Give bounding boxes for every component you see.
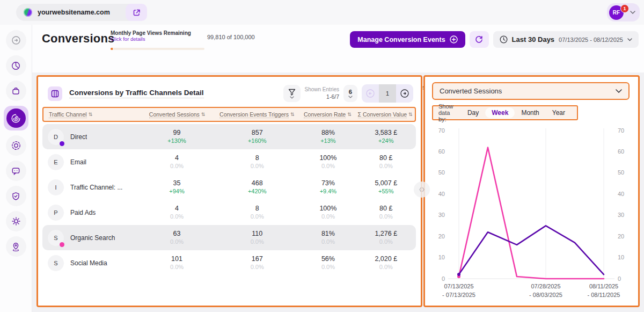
quota-value: 99,810 of 100,000 — [207, 34, 255, 40]
metric-cell: 5,007 £+55% — [356, 179, 416, 195]
panel-title: Conversions by Traffic Channels Detail — [69, 89, 204, 98]
gear-icon — [11, 216, 21, 226]
chevron-down-icon — [627, 38, 632, 41]
panel-collapse-handle[interactable] — [414, 182, 430, 198]
open-site-button[interactable] — [126, 4, 147, 21]
metric-cell: 56%0.0% — [300, 255, 356, 271]
page-size-value: 6 — [349, 89, 352, 95]
pagination: 1 — [362, 84, 413, 103]
channel-name: Organic Search — [70, 234, 115, 242]
metric-cell: 100%0.0% — [300, 204, 356, 221]
quota-progress-fill — [111, 48, 113, 50]
channel-avatar: E — [48, 154, 64, 170]
user-menu[interactable]: RF 1 — [607, 3, 640, 21]
sidebar-item-session-recordings[interactable] — [6, 135, 26, 156]
date-preset: Last 30 Days — [512, 35, 555, 43]
arrow-right-circle-icon — [400, 89, 409, 98]
channel-avatar: D — [48, 129, 64, 145]
sidebar-item-feedback[interactable] — [6, 161, 26, 181]
column-header-conversion-events-triggers[interactable]: Conversion Events Triggers⇅ — [214, 111, 299, 118]
svg-text:08/11/2025: 08/11/2025 — [589, 283, 618, 289]
metric-cell: 35+94% — [140, 179, 214, 195]
manage-conversion-events-button[interactable]: Manage Conversion Events — [350, 31, 465, 48]
metric-cell: 3,583 £+24% — [356, 128, 416, 145]
chevron-down-icon — [616, 89, 622, 93]
date-range-selector[interactable]: Last 30 Days 07/13/2025 - 08/12/2025 — [493, 31, 639, 48]
period-option-month[interactable]: Month — [515, 107, 545, 118]
metric-cell: 80 £0.0% — [356, 204, 416, 221]
clock-icon — [500, 35, 508, 43]
series-color-dot — [60, 141, 64, 146]
pie-chart-icon — [11, 61, 20, 70]
refresh-button[interactable] — [470, 31, 489, 48]
page-size-selector[interactable]: 6 — [343, 85, 357, 102]
table-row[interactable]: SSocial Media1010.0%1670.0%56%0.0%2,020 … — [42, 250, 416, 275]
period-option-year[interactable]: Year — [546, 107, 572, 118]
metric-cell: 88%+13% — [300, 128, 356, 145]
external-link-icon — [133, 9, 141, 17]
table-row[interactable]: EEmail40.0%80.0%100%0.0%80 £0.0% — [42, 149, 416, 175]
chart-panel: Converted Sessions Show data by: Day Wee… — [423, 75, 640, 307]
page-number[interactable]: 1 — [379, 84, 396, 103]
metric-cell: 2,020 £0.0% — [356, 255, 416, 271]
page-header: Conversions Monthly Page Views Remaining… — [32, 25, 644, 72]
notification-badge: 1 — [620, 4, 629, 13]
svg-text:60: 60 — [438, 148, 445, 155]
metric-cell: 100%0.0% — [300, 154, 356, 170]
filter-button[interactable] — [283, 85, 301, 102]
metric-cell: 80.0% — [214, 154, 300, 170]
site-favicon-globe-icon — [24, 8, 32, 17]
metric-cell: 1,276 £0.0% — [356, 229, 416, 246]
metric-cell: 1670.0% — [214, 255, 300, 271]
shown-entries-value: 1-6/7 — [305, 93, 339, 100]
chevron-down-icon — [290, 96, 294, 99]
expand-arrow-icon — [11, 35, 21, 45]
column-header-conversion-rate[interactable]: Conversion Rate⇅ — [299, 111, 355, 118]
channel-name: Email — [70, 158, 86, 166]
sidebar-item-visitors[interactable] — [6, 236, 26, 257]
show-data-by-label: Show data by: — [438, 103, 455, 122]
svg-text:10: 10 — [618, 254, 624, 260]
filter-funnel-icon — [288, 89, 296, 96]
sidebar — [0, 25, 32, 312]
sidebar-collapse-toggle[interactable] — [6, 30, 26, 50]
table-row[interactable]: PPaid Ads40.0%80.0%100%0.0%80 £0.0% — [42, 200, 416, 225]
sidebar-item-ecommerce[interactable] — [6, 81, 26, 101]
period-option-day[interactable]: Day — [461, 107, 485, 118]
sidebar-item-settings[interactable] — [6, 211, 26, 231]
svg-text:40: 40 — [438, 191, 445, 197]
svg-text:30: 30 — [438, 212, 445, 218]
metric-cell: 81%0.0% — [300, 229, 356, 246]
table-row[interactable]: ITraffic Channel: ...35+94%468+420%73%+9… — [42, 175, 416, 200]
site-name: yourwebsitename.com — [38, 9, 110, 16]
metric-cell: 80.0% — [214, 204, 300, 221]
table-row[interactable]: DDirect99+130%857+160%88%+13%3,583 £+24% — [42, 124, 416, 149]
svg-text:50: 50 — [618, 169, 624, 176]
site-selector[interactable]: yourwebsitename.com — [16, 4, 141, 21]
show-data-by-toggle: Show data by: Day Week Month Year — [432, 105, 578, 120]
svg-text:70: 70 — [618, 127, 624, 134]
table-panel-icon — [48, 86, 62, 101]
next-page-button[interactable] — [396, 84, 413, 103]
page-title: Conversions — [42, 32, 114, 46]
sidebar-item-privacy[interactable] — [6, 186, 26, 206]
svg-text:0: 0 — [618, 275, 621, 282]
column-header-converted-sessions[interactable]: Converted Sessions⇅ — [140, 111, 214, 118]
metric-cell: 857+160% — [214, 128, 300, 145]
sidebar-item-dashboard[interactable] — [6, 55, 26, 76]
metric-dropdown[interactable]: Converted Sessions — [432, 82, 630, 100]
column-header-traffic-channel[interactable]: Traffic Channel⇅ — [43, 111, 140, 118]
metric-dropdown-value: Converted Sessions — [440, 87, 502, 95]
period-option-week[interactable]: Week — [485, 107, 515, 118]
channel-name: Social Media — [70, 259, 107, 267]
sidebar-item-conversions[interactable] — [4, 106, 28, 130]
table-header-row: Traffic Channel⇅ Converted Sessions⇅ Con… — [42, 107, 416, 122]
svg-text:- 08/11/2025: - 08/11/2025 — [588, 292, 620, 298]
previous-page-button[interactable] — [362, 84, 379, 103]
svg-text:07/13/2025: 07/13/2025 — [444, 283, 473, 289]
shown-entries: Shown Entries 1-6/7 — [305, 86, 339, 100]
metric-cell: 40.0% — [140, 154, 214, 170]
refresh-icon — [475, 35, 483, 43]
table-row[interactable]: SOrganic Search630.0%1100.0%81%0.0%1,276… — [42, 225, 416, 250]
column-header-conversion-value[interactable]: Σ Conversion Value⇅ — [355, 111, 415, 118]
